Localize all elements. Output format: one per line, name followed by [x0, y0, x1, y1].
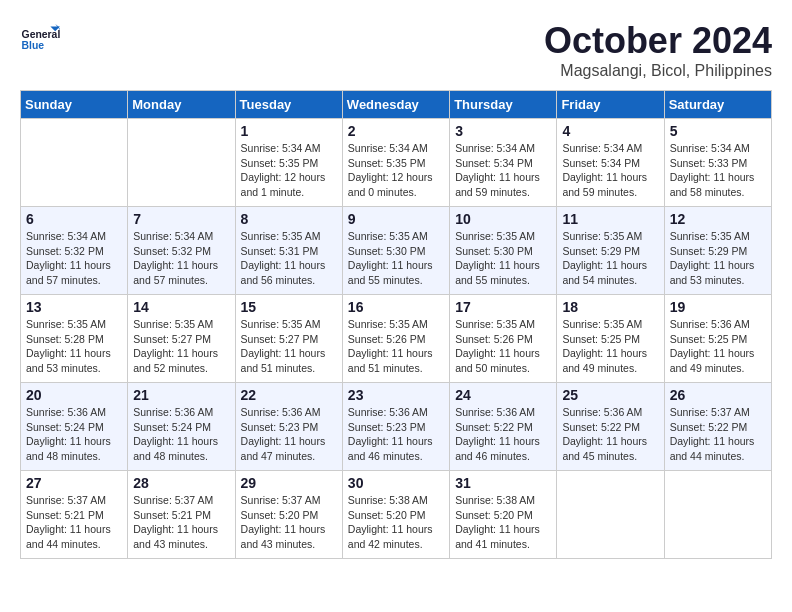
svg-text:Blue: Blue — [22, 40, 45, 51]
day-number: 21 — [133, 387, 229, 403]
calendar-table: SundayMondayTuesdayWednesdayThursdayFrid… — [20, 90, 772, 559]
day-detail: Sunrise: 5:35 AM Sunset: 5:30 PM Dayligh… — [348, 229, 444, 288]
day-number: 10 — [455, 211, 551, 227]
calendar-cell: 4Sunrise: 5:34 AM Sunset: 5:34 PM Daylig… — [557, 119, 664, 207]
calendar-cell: 7Sunrise: 5:34 AM Sunset: 5:32 PM Daylig… — [128, 207, 235, 295]
day-number: 8 — [241, 211, 337, 227]
day-number: 24 — [455, 387, 551, 403]
calendar-week-row: 13Sunrise: 5:35 AM Sunset: 5:28 PM Dayli… — [21, 295, 772, 383]
calendar-cell: 1Sunrise: 5:34 AM Sunset: 5:35 PM Daylig… — [235, 119, 342, 207]
day-detail: Sunrise: 5:35 AM Sunset: 5:25 PM Dayligh… — [562, 317, 658, 376]
calendar-cell: 26Sunrise: 5:37 AM Sunset: 5:22 PM Dayli… — [664, 383, 771, 471]
calendar-header: SundayMondayTuesdayWednesdayThursdayFrid… — [21, 91, 772, 119]
day-detail: Sunrise: 5:36 AM Sunset: 5:22 PM Dayligh… — [562, 405, 658, 464]
day-number: 4 — [562, 123, 658, 139]
location: Magsalangi, Bicol, Philippines — [544, 62, 772, 80]
day-number: 17 — [455, 299, 551, 315]
day-detail: Sunrise: 5:36 AM Sunset: 5:25 PM Dayligh… — [670, 317, 766, 376]
day-detail: Sunrise: 5:35 AM Sunset: 5:26 PM Dayligh… — [455, 317, 551, 376]
calendar-cell: 3Sunrise: 5:34 AM Sunset: 5:34 PM Daylig… — [450, 119, 557, 207]
day-detail: Sunrise: 5:37 AM Sunset: 5:21 PM Dayligh… — [26, 493, 122, 552]
day-detail: Sunrise: 5:34 AM Sunset: 5:34 PM Dayligh… — [562, 141, 658, 200]
day-number: 5 — [670, 123, 766, 139]
day-detail: Sunrise: 5:35 AM Sunset: 5:28 PM Dayligh… — [26, 317, 122, 376]
day-detail: Sunrise: 5:35 AM Sunset: 5:26 PM Dayligh… — [348, 317, 444, 376]
calendar-cell: 6Sunrise: 5:34 AM Sunset: 5:32 PM Daylig… — [21, 207, 128, 295]
day-detail: Sunrise: 5:35 AM Sunset: 5:29 PM Dayligh… — [562, 229, 658, 288]
calendar-cell: 11Sunrise: 5:35 AM Sunset: 5:29 PM Dayli… — [557, 207, 664, 295]
calendar-cell: 18Sunrise: 5:35 AM Sunset: 5:25 PM Dayli… — [557, 295, 664, 383]
page-header: General Blue October 2024 Magsalangi, Bi… — [20, 20, 772, 80]
day-detail: Sunrise: 5:37 AM Sunset: 5:21 PM Dayligh… — [133, 493, 229, 552]
calendar-week-row: 1Sunrise: 5:34 AM Sunset: 5:35 PM Daylig… — [21, 119, 772, 207]
day-number: 1 — [241, 123, 337, 139]
weekday-header: Friday — [557, 91, 664, 119]
day-detail: Sunrise: 5:34 AM Sunset: 5:33 PM Dayligh… — [670, 141, 766, 200]
logo: General Blue — [20, 20, 64, 60]
calendar-week-row: 20Sunrise: 5:36 AM Sunset: 5:24 PM Dayli… — [21, 383, 772, 471]
day-detail: Sunrise: 5:35 AM Sunset: 5:29 PM Dayligh… — [670, 229, 766, 288]
calendar-cell: 14Sunrise: 5:35 AM Sunset: 5:27 PM Dayli… — [128, 295, 235, 383]
day-number: 19 — [670, 299, 766, 315]
day-detail: Sunrise: 5:35 AM Sunset: 5:30 PM Dayligh… — [455, 229, 551, 288]
calendar-cell: 10Sunrise: 5:35 AM Sunset: 5:30 PM Dayli… — [450, 207, 557, 295]
day-number: 7 — [133, 211, 229, 227]
calendar-cell — [557, 471, 664, 559]
day-detail: Sunrise: 5:36 AM Sunset: 5:23 PM Dayligh… — [348, 405, 444, 464]
day-detail: Sunrise: 5:37 AM Sunset: 5:22 PM Dayligh… — [670, 405, 766, 464]
day-number: 29 — [241, 475, 337, 491]
weekday-header: Tuesday — [235, 91, 342, 119]
weekday-header: Sunday — [21, 91, 128, 119]
svg-text:General: General — [22, 29, 60, 40]
calendar-cell: 30Sunrise: 5:38 AM Sunset: 5:20 PM Dayli… — [342, 471, 449, 559]
day-number: 26 — [670, 387, 766, 403]
calendar-cell: 28Sunrise: 5:37 AM Sunset: 5:21 PM Dayli… — [128, 471, 235, 559]
title-section: October 2024 Magsalangi, Bicol, Philippi… — [544, 20, 772, 80]
weekday-header: Wednesday — [342, 91, 449, 119]
day-detail: Sunrise: 5:35 AM Sunset: 5:31 PM Dayligh… — [241, 229, 337, 288]
day-detail: Sunrise: 5:35 AM Sunset: 5:27 PM Dayligh… — [241, 317, 337, 376]
day-detail: Sunrise: 5:34 AM Sunset: 5:35 PM Dayligh… — [241, 141, 337, 200]
calendar-week-row: 27Sunrise: 5:37 AM Sunset: 5:21 PM Dayli… — [21, 471, 772, 559]
calendar-cell: 12Sunrise: 5:35 AM Sunset: 5:29 PM Dayli… — [664, 207, 771, 295]
day-number: 11 — [562, 211, 658, 227]
day-number: 25 — [562, 387, 658, 403]
calendar-week-row: 6Sunrise: 5:34 AM Sunset: 5:32 PM Daylig… — [21, 207, 772, 295]
calendar-cell: 8Sunrise: 5:35 AM Sunset: 5:31 PM Daylig… — [235, 207, 342, 295]
header-row: SundayMondayTuesdayWednesdayThursdayFrid… — [21, 91, 772, 119]
day-detail: Sunrise: 5:38 AM Sunset: 5:20 PM Dayligh… — [455, 493, 551, 552]
calendar-cell — [664, 471, 771, 559]
day-number: 27 — [26, 475, 122, 491]
day-detail: Sunrise: 5:36 AM Sunset: 5:22 PM Dayligh… — [455, 405, 551, 464]
calendar-cell: 22Sunrise: 5:36 AM Sunset: 5:23 PM Dayli… — [235, 383, 342, 471]
day-detail: Sunrise: 5:37 AM Sunset: 5:20 PM Dayligh… — [241, 493, 337, 552]
calendar-cell: 31Sunrise: 5:38 AM Sunset: 5:20 PM Dayli… — [450, 471, 557, 559]
day-detail: Sunrise: 5:38 AM Sunset: 5:20 PM Dayligh… — [348, 493, 444, 552]
day-number: 12 — [670, 211, 766, 227]
day-number: 6 — [26, 211, 122, 227]
day-number: 14 — [133, 299, 229, 315]
day-number: 30 — [348, 475, 444, 491]
day-number: 22 — [241, 387, 337, 403]
day-number: 31 — [455, 475, 551, 491]
calendar-cell: 25Sunrise: 5:36 AM Sunset: 5:22 PM Dayli… — [557, 383, 664, 471]
day-detail: Sunrise: 5:34 AM Sunset: 5:32 PM Dayligh… — [26, 229, 122, 288]
day-number: 15 — [241, 299, 337, 315]
day-number: 9 — [348, 211, 444, 227]
calendar-cell: 9Sunrise: 5:35 AM Sunset: 5:30 PM Daylig… — [342, 207, 449, 295]
calendar-cell: 17Sunrise: 5:35 AM Sunset: 5:26 PM Dayli… — [450, 295, 557, 383]
calendar-cell: 27Sunrise: 5:37 AM Sunset: 5:21 PM Dayli… — [21, 471, 128, 559]
day-number: 3 — [455, 123, 551, 139]
day-number: 2 — [348, 123, 444, 139]
weekday-header: Saturday — [664, 91, 771, 119]
calendar-cell: 5Sunrise: 5:34 AM Sunset: 5:33 PM Daylig… — [664, 119, 771, 207]
logo-icon: General Blue — [20, 20, 60, 60]
calendar-cell: 20Sunrise: 5:36 AM Sunset: 5:24 PM Dayli… — [21, 383, 128, 471]
day-number: 16 — [348, 299, 444, 315]
calendar-cell — [128, 119, 235, 207]
day-detail: Sunrise: 5:35 AM Sunset: 5:27 PM Dayligh… — [133, 317, 229, 376]
day-number: 13 — [26, 299, 122, 315]
calendar-cell: 2Sunrise: 5:34 AM Sunset: 5:35 PM Daylig… — [342, 119, 449, 207]
month-title: October 2024 — [544, 20, 772, 62]
day-number: 23 — [348, 387, 444, 403]
